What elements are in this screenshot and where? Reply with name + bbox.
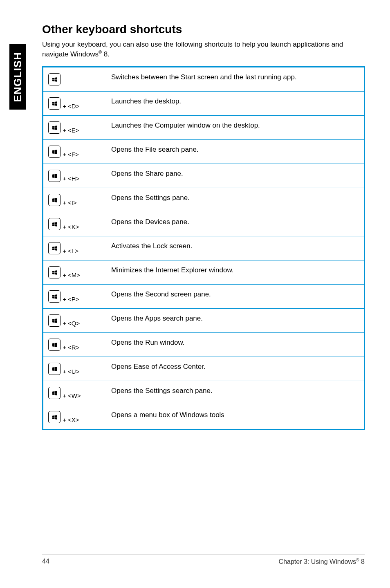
shortcut-key-cell: + <F> bbox=[43, 139, 106, 164]
language-tab: ENGLISH bbox=[9, 44, 26, 110]
shortcut-key-cell: + <I> bbox=[43, 188, 106, 212]
table-row: + <E>Launches the Computer window on the… bbox=[43, 115, 365, 139]
shortcuts-table: Switches between the Start screen and th… bbox=[42, 66, 365, 430]
key-suffix: + <F> bbox=[61, 151, 79, 158]
table-row: + <U>Opens Ease of Access Center. bbox=[43, 357, 365, 381]
intro-paragraph: Using your keyboard, you can also use th… bbox=[42, 40, 365, 59]
table-row: + <W>Opens the Settings search pane. bbox=[43, 381, 365, 405]
shortcut-description: Activates the Lock screen. bbox=[106, 236, 365, 260]
table-row: Switches between the Start screen and th… bbox=[43, 67, 365, 91]
key-suffix: + <H> bbox=[61, 175, 79, 182]
shortcut-description: Opens the Settings pane. bbox=[106, 188, 365, 212]
registered-mark: ® bbox=[356, 558, 359, 562]
shortcut-key-cell: + <W> bbox=[43, 381, 106, 405]
windows-key-icon bbox=[48, 194, 61, 206]
language-tab-text: ENGLISH bbox=[11, 52, 24, 102]
shortcut-key-cell: + <D> bbox=[43, 91, 106, 115]
shortcut-key-cell: + <R> bbox=[43, 332, 106, 357]
windows-key-icon bbox=[48, 73, 61, 85]
intro-text-a: Using your keyboard, you can also use th… bbox=[42, 40, 343, 58]
table-row: + <L>Activates the Lock screen. bbox=[43, 236, 365, 260]
chapter-text-b: 8 bbox=[359, 558, 365, 565]
shortcut-description: Opens a menu box of Windows tools bbox=[106, 405, 365, 429]
key-suffix: + <K> bbox=[61, 223, 79, 230]
table-row: + <P>Opens the Second screen pane. bbox=[43, 284, 365, 308]
table-row: + <M>Minimizes the Internet Explorer win… bbox=[43, 260, 365, 284]
shortcut-key-cell: + <U> bbox=[43, 357, 106, 381]
page-title: Other keyboard shortcuts bbox=[42, 23, 365, 36]
key-suffix: + <M> bbox=[61, 272, 80, 278]
key-suffix: + <D> bbox=[61, 103, 79, 110]
key-suffix: + <U> bbox=[61, 368, 79, 375]
shortcut-key-cell: + <K> bbox=[43, 212, 106, 236]
key-suffix: + <X> bbox=[61, 416, 79, 423]
table-row: + <Q>Opens the Apps search pane. bbox=[43, 308, 365, 332]
table-row: + <K>Opens the Devices pane. bbox=[43, 212, 365, 236]
shortcut-description: Launches the desktop. bbox=[106, 91, 365, 115]
shortcut-description: Launches the Computer window on the desk… bbox=[106, 115, 365, 139]
windows-key-icon bbox=[48, 121, 61, 134]
windows-key-icon bbox=[48, 290, 61, 303]
shortcut-description: Opens the Share pane. bbox=[106, 164, 365, 188]
shortcut-description: Switches between the Start screen and th… bbox=[106, 67, 365, 91]
shortcut-key-cell: + <L> bbox=[43, 236, 106, 260]
chapter-text-a: Chapter 3: Using Windows bbox=[279, 558, 356, 565]
windows-key-icon bbox=[48, 387, 61, 399]
key-suffix: + <R> bbox=[61, 344, 79, 351]
windows-key-icon bbox=[48, 411, 61, 423]
shortcut-key-cell: + <M> bbox=[43, 260, 106, 284]
intro-text-b: 8. bbox=[102, 50, 110, 58]
table-row: + <H>Opens the Share pane. bbox=[43, 164, 365, 188]
shortcut-key-cell: + <X> bbox=[43, 405, 106, 429]
table-row: + <F>Opens the File search pane. bbox=[43, 139, 365, 164]
key-suffix: + <L> bbox=[61, 247, 78, 254]
windows-key-icon bbox=[48, 97, 61, 110]
page-content: Other keyboard shortcuts Using your keyb… bbox=[42, 23, 365, 430]
shortcut-description: Opens the Devices pane. bbox=[106, 212, 365, 236]
windows-key-icon bbox=[48, 339, 61, 351]
page-footer: 44 Chapter 3: Using Windows® 8 bbox=[42, 554, 365, 566]
table-row: + <X>Opens a menu box of Windows tools bbox=[43, 405, 365, 429]
shortcut-description: Opens the File search pane. bbox=[106, 139, 365, 164]
key-suffix: + <Q> bbox=[61, 320, 80, 327]
shortcut-key-cell bbox=[43, 67, 106, 91]
windows-key-icon bbox=[48, 363, 61, 375]
table-row: + <D>Launches the desktop. bbox=[43, 91, 365, 115]
windows-key-icon bbox=[48, 314, 61, 327]
shortcut-key-cell: + <E> bbox=[43, 115, 106, 139]
key-suffix: + <P> bbox=[61, 296, 79, 303]
key-suffix: + <W> bbox=[61, 392, 81, 399]
windows-key-icon bbox=[48, 170, 61, 182]
shortcut-description: Opens the Second screen pane. bbox=[106, 284, 365, 308]
windows-key-icon bbox=[48, 218, 61, 230]
shortcut-description: Minimizes the Internet Explorer window. bbox=[106, 260, 365, 284]
page-number: 44 bbox=[42, 558, 49, 566]
shortcut-key-cell: + <H> bbox=[43, 164, 106, 188]
shortcut-description: Opens the Apps search pane. bbox=[106, 308, 365, 332]
shortcut-key-cell: + <P> bbox=[43, 284, 106, 308]
shortcut-description: Opens the Settings search pane. bbox=[106, 381, 365, 405]
shortcut-description: Opens Ease of Access Center. bbox=[106, 357, 365, 381]
shortcut-key-cell: + <Q> bbox=[43, 308, 106, 332]
windows-key-icon bbox=[48, 146, 61, 158]
shortcut-description: Opens the Run window. bbox=[106, 332, 365, 357]
registered-mark: ® bbox=[99, 49, 102, 54]
key-suffix: + <E> bbox=[61, 127, 79, 134]
chapter-label: Chapter 3: Using Windows® 8 bbox=[279, 558, 365, 566]
windows-key-icon bbox=[48, 266, 61, 278]
table-row: + <R>Opens the Run window. bbox=[43, 332, 365, 357]
key-suffix: + <I> bbox=[61, 199, 77, 206]
table-row: + <I>Opens the Settings pane. bbox=[43, 188, 365, 212]
windows-key-icon bbox=[48, 242, 61, 254]
